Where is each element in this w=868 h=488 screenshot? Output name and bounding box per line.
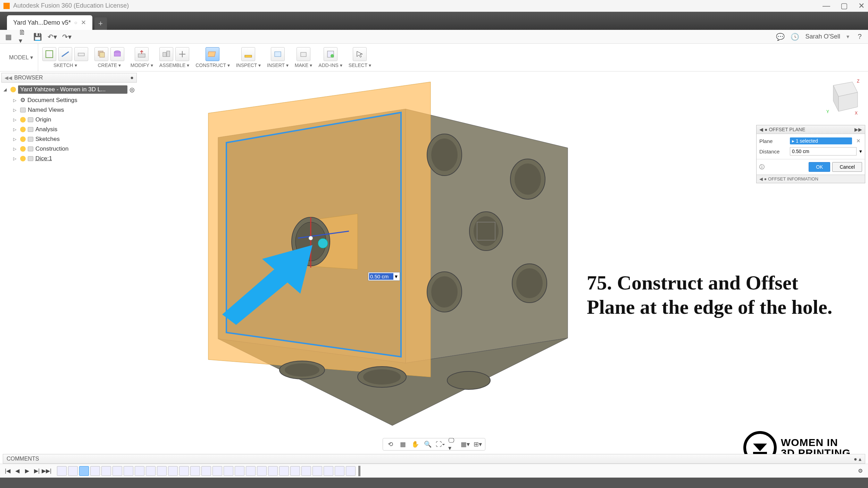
fit-icon[interactable]: ⛶▾	[436, 440, 445, 449]
timeline-feature[interactable]	[112, 466, 122, 476]
timeline-feature[interactable]	[101, 466, 111, 476]
sketch-tool2-icon[interactable]	[58, 47, 72, 61]
tree-item-construction[interactable]: ▷Construction	[1, 144, 137, 154]
close-button[interactable]: ✕	[858, 1, 865, 10]
tree-item-document-settings[interactable]: ▷⚙Document Settings	[1, 95, 137, 105]
tree-item-dice[interactable]: ▷Dice:1	[1, 154, 137, 163]
timeline-end-icon[interactable]: ▶▶|	[42, 467, 51, 475]
info-icon[interactable]: ⓘ	[759, 164, 765, 170]
browser-collapse-icon[interactable]: ◀◀	[5, 75, 12, 81]
distance-field[interactable]	[790, 147, 857, 155]
timeline-marker[interactable]	[358, 466, 360, 476]
clear-selection-icon[interactable]: ✕	[855, 138, 862, 144]
timeline-play-icon[interactable]: ▶	[23, 467, 31, 475]
browser-toggle-icon[interactable]: ●	[130, 75, 134, 81]
timeline-settings-icon[interactable]: ⚙	[856, 467, 865, 475]
redo-icon[interactable]: ↷▾	[62, 33, 71, 41]
file-menu-icon[interactable]: 🗎▾	[19, 33, 27, 41]
timeline-feature[interactable]	[201, 466, 211, 476]
orbit-icon[interactable]: ⟲	[386, 440, 395, 449]
timeline-start-icon[interactable]: |◀	[3, 467, 12, 475]
plane-selection[interactable]: ▸ 1 selected	[790, 137, 852, 144]
browser-header[interactable]: ◀◀ BROWSER ●	[1, 73, 137, 83]
tree-item-sketches[interactable]: ▷Sketches	[1, 134, 137, 144]
tree-root-target-icon[interactable]: ◎	[130, 86, 135, 93]
visibility-icon[interactable]	[20, 117, 26, 123]
user-menu[interactable]: Sarah O'Sell	[806, 33, 841, 40]
tree-item-analysis[interactable]: ▷Analysis	[1, 125, 137, 134]
make-tool-icon[interactable]	[297, 47, 310, 61]
data-panel-icon[interactable]: ▦	[4, 33, 12, 41]
sketch-tool-icon[interactable]	[42, 47, 56, 61]
timeline-feature[interactable]	[235, 466, 244, 476]
timeline-feature[interactable]	[335, 466, 344, 476]
distance-input-float[interactable]: ▾	[368, 272, 400, 281]
timeline-feature[interactable]	[257, 466, 267, 476]
construct-plane-icon[interactable]	[206, 47, 219, 61]
timeline-feature[interactable]	[290, 466, 300, 476]
offset-information-header[interactable]: ◀ ● OFFSET INFORMATION	[757, 175, 865, 183]
workspace-switcher[interactable]: MODEL ▾	[4, 44, 38, 71]
tab-close-icon[interactable]: ✕	[81, 19, 86, 26]
tree-item-origin[interactable]: ▷Origin	[1, 115, 137, 125]
timeline-feature[interactable]	[279, 466, 289, 476]
timeline-feature[interactable]	[224, 466, 233, 476]
grid-icon[interactable]: ▦▾	[461, 440, 470, 449]
assemble-tool2-icon[interactable]	[175, 47, 189, 61]
timeline-prev-icon[interactable]: ◀	[13, 467, 22, 475]
select-tool-icon[interactable]	[353, 47, 367, 61]
timeline-feature[interactable]	[124, 466, 133, 476]
viewport-icon[interactable]: ⊞▾	[473, 440, 482, 449]
document-tab[interactable]: Yard Yah...Demo v5* ○ ✕	[7, 15, 92, 30]
tree-root[interactable]: ◢ Yard Yahtzee - Women in 3D L... ◎	[1, 84, 137, 95]
new-tab-button[interactable]: +	[94, 17, 107, 30]
distance-input[interactable]	[369, 273, 393, 280]
visibility-icon[interactable]	[20, 146, 26, 152]
timeline-feature[interactable]	[57, 466, 67, 476]
timeline-feature[interactable]	[79, 466, 89, 476]
insert-tool-icon[interactable]	[271, 47, 285, 61]
modify-tool-icon[interactable]	[135, 47, 149, 61]
job-status-icon[interactable]: 🕓	[791, 33, 799, 41]
expand-icon[interactable]: ◢	[3, 87, 8, 92]
timeline-feature[interactable]	[246, 466, 256, 476]
timeline-feature[interactable]	[146, 466, 156, 476]
visibility-icon[interactable]	[20, 136, 26, 142]
create-cylinder-icon[interactable]	[110, 47, 124, 61]
timeline-feature[interactable]	[168, 466, 178, 476]
timeline-feature[interactable]	[135, 466, 144, 476]
display-icon[interactable]: 🖵▾	[448, 440, 457, 449]
cancel-button[interactable]: Cancel	[832, 162, 862, 172]
timeline-next-icon[interactable]: ▶|	[33, 467, 41, 475]
timeline-feature[interactable]	[179, 466, 189, 476]
viewcube[interactable]: Z Y X	[823, 78, 861, 117]
timeline-feature[interactable]	[301, 466, 311, 476]
zoom-icon[interactable]: 🔍	[423, 440, 432, 449]
timeline-feature[interactable]	[324, 466, 333, 476]
panel-header[interactable]: ◀●OFFSET PLANE▶▶	[757, 125, 865, 134]
timeline-feature[interactable]	[212, 466, 222, 476]
comments-bar[interactable]: COMMENTS ● ▴	[3, 454, 865, 464]
timeline-feature[interactable]	[90, 466, 100, 476]
assemble-tool1-icon[interactable]	[159, 47, 173, 61]
visibility-icon[interactable]	[20, 127, 26, 132]
inspect-tool-icon[interactable]	[241, 47, 255, 61]
addins-tool-icon[interactable]	[324, 47, 337, 61]
minimize-button[interactable]: —	[823, 1, 830, 10]
maximize-button[interactable]: ▢	[841, 1, 848, 10]
timeline-feature[interactable]	[68, 466, 78, 476]
timeline-feature[interactable]	[312, 466, 322, 476]
user-menu-caret[interactable]: ▾	[846, 33, 849, 40]
timeline-feature[interactable]	[157, 466, 167, 476]
help-icon[interactable]: ?	[856, 33, 864, 41]
ok-button[interactable]: OK	[809, 162, 830, 172]
notifications-icon[interactable]: 💬	[776, 33, 785, 41]
save-icon[interactable]: 💾	[33, 33, 42, 41]
timeline-feature[interactable]	[190, 466, 200, 476]
timeline-feature[interactable]	[268, 466, 278, 476]
distance-dropdown-icon[interactable]: ▾	[859, 148, 862, 154]
timeline-feature[interactable]	[346, 466, 356, 476]
comments-toggle-icon[interactable]: ● ▴	[854, 456, 861, 462]
undo-icon[interactable]: ↶▾	[48, 33, 56, 41]
distance-dropdown-icon[interactable]: ▾	[393, 273, 399, 280]
